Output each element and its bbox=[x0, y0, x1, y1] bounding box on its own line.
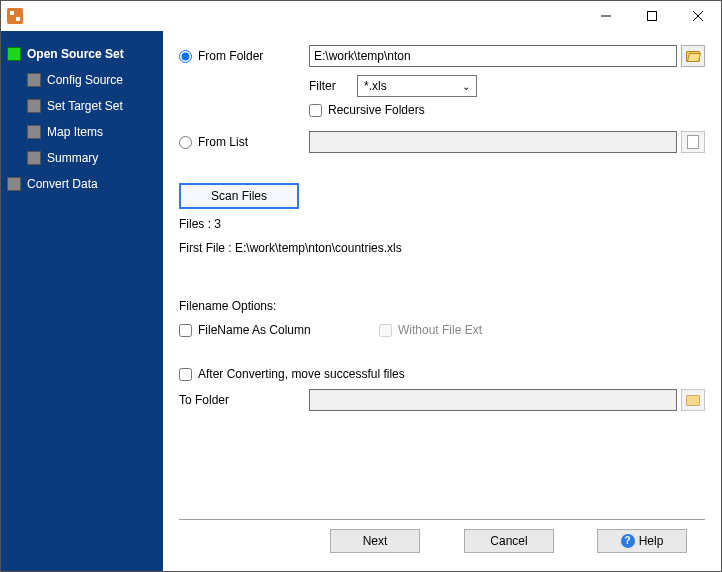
app-icon bbox=[7, 8, 23, 24]
sidebar-item-convert-data[interactable]: Convert Data bbox=[1, 171, 163, 197]
close-button[interactable] bbox=[675, 1, 721, 31]
step-status-icon bbox=[27, 125, 41, 139]
to-folder-input bbox=[309, 389, 677, 411]
scan-files-button[interactable]: Scan Files bbox=[179, 183, 299, 209]
sidebar-item-label: Convert Data bbox=[27, 177, 98, 191]
minimize-button[interactable] bbox=[583, 1, 629, 31]
chevron-down-icon: ⌄ bbox=[462, 81, 470, 92]
to-folder-label: To Folder bbox=[179, 393, 229, 407]
filename-as-column-checkbox[interactable] bbox=[179, 324, 192, 337]
svg-rect-1 bbox=[648, 12, 657, 21]
step-status-icon bbox=[7, 177, 21, 191]
from-list-label: From List bbox=[198, 135, 248, 149]
after-converting-move-checkbox[interactable] bbox=[179, 368, 192, 381]
recursive-folders-checkbox[interactable] bbox=[309, 104, 322, 117]
sidebar-item-config-source[interactable]: Config Source bbox=[1, 67, 163, 93]
help-icon: ? bbox=[621, 534, 635, 548]
sidebar-item-label: Map Items bbox=[47, 125, 103, 139]
files-count-label: Files : 3 bbox=[179, 217, 705, 231]
maximize-button[interactable] bbox=[629, 1, 675, 31]
recursive-folders-label: Recursive Folders bbox=[328, 103, 425, 117]
sidebar-item-map-items[interactable]: Map Items bbox=[1, 119, 163, 145]
help-button[interactable]: ? Help bbox=[597, 529, 687, 553]
first-file-label: First File : E:\work\temp\nton\countries… bbox=[179, 241, 705, 255]
filename-options-heading: Filename Options: bbox=[179, 299, 705, 313]
without-file-ext-label: Without File Ext bbox=[398, 323, 482, 337]
filename-as-column-label: FileName As Column bbox=[198, 323, 311, 337]
next-button[interactable]: Next bbox=[330, 529, 420, 553]
from-list-radio[interactable] bbox=[179, 136, 192, 149]
app-window: Open Source Set Config Source Set Target… bbox=[0, 0, 722, 572]
filter-label: Filter bbox=[309, 79, 357, 93]
folder-icon bbox=[686, 395, 700, 406]
document-icon bbox=[687, 135, 699, 149]
browse-folder-button[interactable] bbox=[681, 45, 705, 67]
wizard-sidebar: Open Source Set Config Source Set Target… bbox=[1, 31, 163, 571]
sidebar-item-label: Open Source Set bbox=[27, 47, 124, 61]
cancel-button[interactable]: Cancel bbox=[464, 529, 554, 553]
folder-path-input[interactable] bbox=[309, 45, 677, 67]
sidebar-item-open-source-set[interactable]: Open Source Set bbox=[1, 41, 163, 67]
after-converting-move-label: After Converting, move successful files bbox=[198, 367, 405, 381]
without-file-ext-checkbox bbox=[379, 324, 392, 337]
sidebar-item-summary[interactable]: Summary bbox=[1, 145, 163, 171]
folder-open-icon bbox=[686, 51, 700, 62]
step-status-icon bbox=[27, 99, 41, 113]
step-status-icon bbox=[7, 47, 21, 61]
from-folder-radio[interactable] bbox=[179, 50, 192, 63]
sidebar-item-label: Config Source bbox=[47, 73, 123, 87]
list-path-input bbox=[309, 131, 677, 153]
filter-value: *.xls bbox=[364, 79, 387, 93]
help-label: Help bbox=[639, 534, 664, 548]
filter-combo[interactable]: *.xls ⌄ bbox=[357, 75, 477, 97]
sidebar-item-label: Set Target Set bbox=[47, 99, 123, 113]
sidebar-item-label: Summary bbox=[47, 151, 98, 165]
step-status-icon bbox=[27, 151, 41, 165]
from-folder-label: From Folder bbox=[198, 49, 263, 63]
main-panel: From Folder Filter *.xls ⌄ Rec bbox=[163, 31, 721, 571]
step-status-icon bbox=[27, 73, 41, 87]
titlebar bbox=[1, 1, 721, 31]
browse-to-folder-button bbox=[681, 389, 705, 411]
footer: Next Cancel ? Help bbox=[179, 519, 705, 561]
sidebar-item-set-target-set[interactable]: Set Target Set bbox=[1, 93, 163, 119]
browse-list-button bbox=[681, 131, 705, 153]
